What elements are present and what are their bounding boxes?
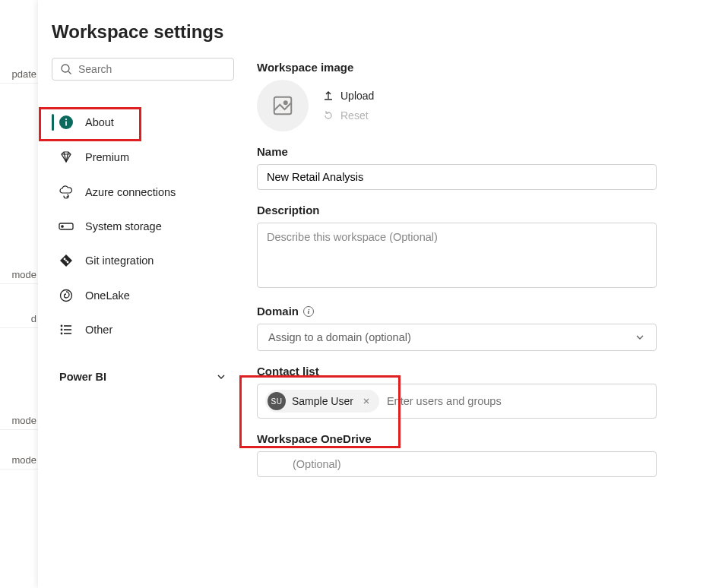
settings-nav: About Premium Azure connections: [52, 108, 234, 343]
svg-point-4: [65, 119, 67, 120]
other-icon: [58, 324, 74, 336]
upload-icon: [322, 90, 334, 102]
git-icon: [58, 254, 74, 267]
svg-point-18: [284, 101, 287, 104]
label-onedrive: Workspace OneDrive: [257, 432, 708, 445]
label-name: Name: [257, 145, 708, 158]
label-description: Description: [257, 204, 708, 217]
chevron-down-icon: [635, 332, 645, 343]
nav-azure-connections[interactable]: Azure connections: [52, 178, 234, 207]
nav-label: About: [85, 116, 114, 128]
svg-point-6: [62, 226, 63, 227]
settings-main: Workspace image Upload Reset Name: [257, 58, 708, 477]
onedrive-input[interactable]: (Optional): [257, 451, 657, 477]
avatar: SU: [268, 392, 286, 410]
section-powerbi[interactable]: Power BI: [52, 365, 234, 389]
svg-point-7: [64, 258, 66, 261]
cloud-sync-icon: [58, 185, 74, 199]
svg-point-0: [62, 65, 69, 72]
bg-item: mode: [0, 412, 38, 430]
reset-label: Reset: [340, 109, 369, 122]
chip-remove-button[interactable]: [359, 396, 373, 407]
chevron-down-icon: [216, 371, 226, 382]
nav-about[interactable]: About: [52, 108, 234, 137]
contact-input[interactable]: SU Sample User: [257, 384, 657, 419]
nav-git-integration[interactable]: Git integration: [52, 246, 234, 275]
search-box[interactable]: [52, 58, 234, 81]
nav-system-storage[interactable]: System storage: [52, 213, 234, 240]
svg-point-8: [67, 261, 69, 264]
section-label: Power BI: [59, 371, 106, 383]
name-input-wrap[interactable]: [257, 164, 657, 190]
search-icon: [60, 63, 72, 75]
svg-point-11: [61, 325, 63, 327]
domain-placeholder: Assign to a domain (optional): [268, 331, 411, 343]
reset-icon: [322, 109, 334, 122]
chip-label: Sample User: [292, 395, 353, 407]
nav-other[interactable]: Other: [52, 316, 234, 343]
upload-label: Upload: [340, 90, 374, 102]
svg-point-13: [61, 329, 63, 331]
svg-rect-14: [64, 329, 71, 330]
workspace-image-thumb: [257, 80, 309, 131]
label-contact-list: Contact list: [257, 365, 708, 378]
close-icon: [363, 397, 370, 405]
info-icon: [58, 115, 74, 129]
nav-label: OneLake: [85, 289, 130, 302]
diamond-icon: [58, 150, 74, 164]
bg-item: mode: [0, 451, 38, 469]
label-workspace-image: Workspace image: [257, 61, 708, 74]
nav-label: Git integration: [85, 254, 154, 267]
upload-image-button[interactable]: Upload: [322, 90, 374, 102]
background-nav-fragments: pdate mode d mode mode: [0, 0, 38, 588]
nav-label: Other: [85, 324, 112, 336]
domain-select[interactable]: Assign to a domain (optional): [257, 324, 657, 351]
nav-premium[interactable]: Premium: [52, 143, 234, 172]
svg-rect-12: [64, 325, 71, 327]
panel-title: Workspace settings: [52, 0, 708, 58]
bg-item: mode: [0, 266, 38, 284]
contact-chip: SU Sample User: [265, 390, 379, 413]
svg-line-1: [68, 71, 71, 74]
nav-onelake[interactable]: OneLake: [52, 281, 234, 310]
search-input[interactable]: [78, 63, 226, 75]
bg-item: pdate: [0, 65, 38, 84]
settings-sidebar: About Premium Azure connections: [52, 58, 234, 477]
label-domain: Domain i: [257, 305, 708, 318]
contact-text-input[interactable]: [387, 395, 648, 407]
svg-rect-16: [64, 333, 71, 334]
onedrive-placeholder: (Optional): [293, 458, 341, 470]
bg-item: d: [0, 310, 38, 328]
reset-image-button: Reset: [322, 109, 374, 122]
info-icon[interactable]: i: [303, 306, 314, 317]
image-placeholder-icon: [271, 94, 294, 117]
onelake-icon: [58, 289, 74, 302]
description-input[interactable]: [257, 223, 657, 288]
nav-label: Azure connections: [85, 186, 176, 198]
name-input[interactable]: [267, 171, 647, 183]
svg-point-15: [61, 333, 63, 335]
settings-panel: Workspace settings About Premiu: [38, 0, 722, 588]
nav-label: Premium: [85, 151, 129, 163]
storage-icon: [58, 221, 74, 232]
svg-rect-3: [65, 122, 67, 126]
nav-label: System storage: [85, 220, 162, 232]
